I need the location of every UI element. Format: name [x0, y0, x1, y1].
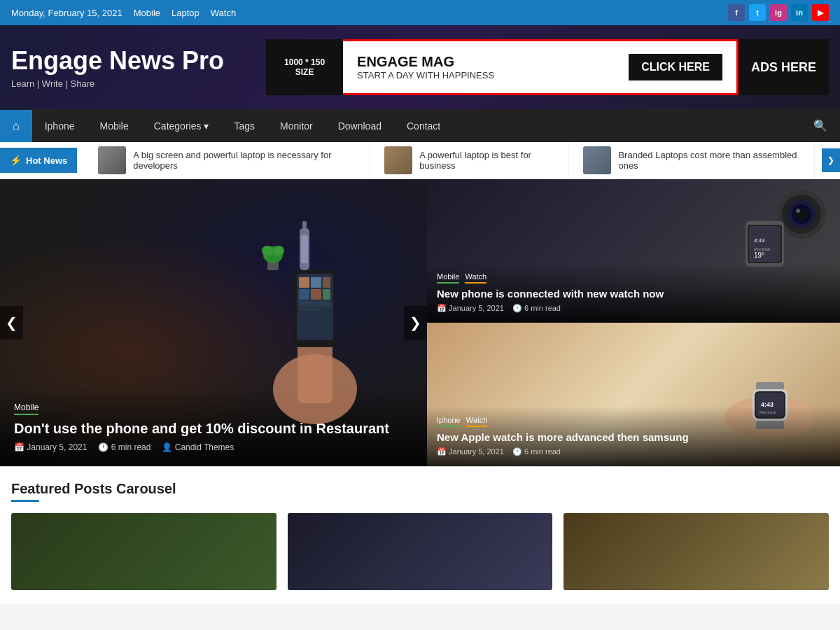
ad-right-label: ADS HERE — [738, 39, 829, 95]
svg-rect-7 — [323, 277, 330, 288]
ad-middle: ENGAGE MAG START A DAY WITH HAPPINESS CL… — [343, 39, 738, 95]
social-icons: f t ig in ▶ — [728, 4, 829, 21]
twitter-icon[interactable]: t — [749, 4, 766, 21]
card1-readtime: 🕐 6 min read — [512, 304, 561, 313]
hero-prev-button[interactable]: ❮ — [0, 306, 23, 340]
ad-size-value: 1000 * 150 — [284, 57, 325, 67]
ticker-item-3: Branded Laptops cost more than assembled… — [569, 142, 815, 178]
svg-rect-13 — [302, 221, 307, 228]
svg-rect-12 — [299, 308, 320, 311]
hot-news-label: Hot News — [0, 148, 77, 173]
ticker-text-2: A powerful laptop is best for business — [419, 150, 554, 171]
ad-slogan: START A DAY WITH HAPPINESS — [357, 70, 494, 80]
hero-card-2-overlay: Iphone Watch New Apple watch is more adv… — [427, 406, 840, 466]
categories-dropdown-arrow: ▾ — [204, 120, 209, 132]
ticker-item-1: A big screen and powerful laptop is nece… — [84, 142, 370, 178]
svg-point-25 — [796, 209, 800, 213]
site-header: Engage News Pro Learn | Write | Share 10… — [0, 25, 840, 109]
svg-rect-11 — [299, 301, 330, 307]
hero-main-meta: 📅 January 5, 2021 🕐 6 min read 👤 Candid … — [14, 442, 413, 452]
hero-card-2-meta: 📅 January 5, 2021 🕐 6 min read — [437, 447, 830, 456]
featured-section-title: Featured Posts Carousel — [11, 481, 829, 497]
home-nav-button[interactable]: ⌂ — [0, 110, 32, 142]
nav-iphone[interactable]: Iphone — [32, 111, 88, 141]
ad-cta-button[interactable]: CLICK HERE — [629, 54, 722, 80]
phone-illustration — [259, 228, 371, 424]
site-title: Engage News Pro — [11, 46, 224, 76]
hero-next-button[interactable]: ❯ — [404, 306, 427, 340]
featured-card-1[interactable] — [11, 513, 276, 590]
nav-contact[interactable]: Contact — [394, 111, 453, 141]
svg-rect-6 — [311, 277, 321, 288]
ticker-thumb-1 — [98, 146, 126, 174]
nav-mobile[interactable]: Mobile — [88, 111, 141, 141]
svg-rect-8 — [299, 289, 309, 300]
ad-size-label: 1000 * 150 SIZE — [266, 39, 343, 95]
ticker-item-2: A powerful laptop is best for business — [370, 142, 569, 178]
featured-card-3[interactable] — [564, 513, 829, 590]
nav-categories[interactable]: Categories ▾ — [141, 111, 222, 141]
top-bar-left: Monday, February 15, 2021 Mobile Laptop … — [11, 8, 236, 18]
hero-main-readtime: 🕐 6 min read — [98, 442, 150, 452]
featured-grid — [11, 513, 829, 590]
topbar-watch-link[interactable]: Watch — [211, 8, 236, 18]
ad-size-sub: SIZE — [295, 67, 314, 77]
hot-news-ticker: Hot News A big screen and powerful lapto… — [0, 142, 840, 179]
hero-card-1-meta: 📅 January 5, 2021 🕐 6 min read — [437, 304, 830, 313]
svg-rect-9 — [311, 289, 321, 300]
instagram-icon[interactable]: ig — [770, 4, 787, 21]
svg-rect-10 — [323, 289, 330, 300]
svg-text:19°: 19° — [754, 251, 764, 259]
card1-tag-mobile[interactable]: Mobile — [437, 272, 459, 284]
main-nav: ⌂ Iphone Mobile Categories ▾ Tags Monito… — [0, 109, 840, 142]
card2-tag-iphone[interactable]: Iphone — [437, 416, 461, 427]
featured-title-underline — [11, 500, 39, 502]
site-branding: Engage News Pro Learn | Write | Share — [11, 46, 224, 89]
ad-text: ENGAGE MAG START A DAY WITH HAPPINESS — [357, 54, 494, 80]
hero-card-1-overlay: Mobile Watch New phone is connected with… — [427, 262, 840, 323]
card1-date: 📅 January 5, 2021 — [437, 304, 504, 313]
featured-card-2[interactable] — [288, 513, 553, 590]
hero-main-tag[interactable]: Mobile — [14, 402, 38, 415]
ticker-text-1: A big screen and powerful laptop is nece… — [133, 150, 356, 171]
hero-card-1: 4:43 Montréal 19° Mobile Watch New phone… — [427, 179, 840, 323]
youtube-icon[interactable]: ▶ — [812, 4, 829, 21]
svg-text:4:43: 4:43 — [754, 237, 765, 244]
hero-card-1-tags: Mobile Watch — [437, 272, 830, 284]
nav-download[interactable]: Download — [326, 111, 394, 141]
svg-rect-5 — [299, 277, 309, 288]
hero-card-2: 4:43 Montréal Iphone Watch New Apple wat… — [427, 323, 840, 466]
ad-banner: 1000 * 150 SIZE ENGAGE MAG START A DAY W… — [266, 39, 829, 95]
topbar-laptop-link[interactable]: Laptop — [172, 8, 200, 18]
card2-readtime: 🕐 6 min read — [512, 447, 561, 456]
hero-card-1-title: New phone is connected with new watch no… — [437, 288, 830, 300]
top-bar: Monday, February 15, 2021 Mobile Laptop … — [0, 0, 840, 25]
search-button[interactable]: 🔍 — [801, 109, 840, 142]
nav-monitor[interactable]: Monitor — [267, 111, 326, 141]
card1-tag-watch[interactable]: Watch — [465, 272, 486, 284]
site-tagline: Learn | Write | Share — [11, 78, 224, 89]
ticker-thumb-3 — [583, 146, 611, 174]
linkedin-icon[interactable]: in — [791, 4, 808, 21]
date-display: Monday, February 15, 2021 — [11, 8, 122, 18]
watch-lens-illustration: 4:43 Montréal 19° — [742, 186, 826, 270]
nav-tags[interactable]: Tags — [221, 111, 267, 141]
hero-main-date: 📅 January 5, 2021 — [14, 442, 87, 452]
hero-card-2-tags: Iphone Watch — [437, 416, 830, 427]
facebook-icon[interactable]: f — [728, 4, 745, 21]
ticker-text-3: Branded Laptops cost more than assembled… — [618, 150, 800, 171]
hero-main-article: ❮ ❯ Mobile Don't use the phone and get 1… — [0, 179, 427, 466]
ticker-thumb-2 — [384, 146, 412, 174]
ticker-content: A big screen and powerful laptop is nece… — [77, 142, 822, 178]
topbar-mobile-link[interactable]: Mobile — [134, 8, 160, 18]
hero-section: ❮ ❯ Mobile Don't use the phone and get 1… — [0, 179, 840, 466]
card2-tag-watch[interactable]: Watch — [466, 416, 488, 427]
ticker-next-arrow[interactable]: ❯ — [822, 148, 840, 172]
hero-main-author: 👤 Candid Themes — [162, 442, 234, 452]
featured-section: Featured Posts Carousel — [0, 467, 840, 604]
hero-card-2-title: New Apple watch is more advanced then sa… — [437, 431, 830, 443]
ad-brand: ENGAGE MAG — [357, 54, 494, 70]
card2-date: 📅 January 5, 2021 — [437, 447, 504, 456]
hero-side: 4:43 Montréal 19° Mobile Watch New phone… — [427, 179, 840, 466]
